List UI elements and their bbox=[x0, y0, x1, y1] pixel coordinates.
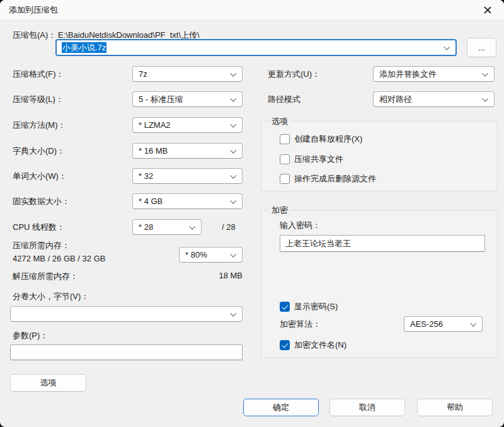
dictionary-combobox[interactable]: * 16 MB bbox=[132, 143, 243, 159]
checkbox-icon[interactable] bbox=[280, 174, 290, 184]
delete-after-label: 操作完成后删除源文件 bbox=[294, 173, 376, 185]
titlebar: 添加到压缩包 bbox=[0, 0, 504, 20]
window-title: 添加到压缩包 bbox=[9, 0, 58, 20]
cpu-threads-label: CPU 线程数： bbox=[13, 219, 65, 235]
volume-size-combobox[interactable] bbox=[10, 306, 243, 322]
update-mode-combobox[interactable]: 添加并替换文件 bbox=[373, 66, 495, 82]
chevron-down-icon bbox=[230, 96, 236, 102]
word-size-label: 单词大小(W)： bbox=[13, 168, 67, 184]
add-to-archive-dialog: 添加到压缩包 压缩包(A)： E:\BaiduNetdiskDownload\P… bbox=[0, 0, 504, 427]
method-label: 压缩方法(M)： bbox=[13, 117, 66, 133]
encrypt-filenames-checkbox-row[interactable]: 加密文件名(N) bbox=[280, 339, 346, 351]
memory-decompress-value: 18 MB bbox=[189, 271, 243, 280]
show-password-label: 显示密码(S) bbox=[294, 301, 338, 312]
memory-decompress-label: 解压缩所需内存： bbox=[13, 271, 78, 282]
encryption-group-title: 加密 bbox=[268, 205, 291, 216]
options-group-title: 选项 bbox=[268, 116, 291, 127]
chevron-down-icon bbox=[189, 224, 195, 230]
close-button[interactable] bbox=[474, 1, 501, 20]
checkbox-icon[interactable] bbox=[280, 154, 290, 164]
format-combobox[interactable]: 7z bbox=[132, 66, 243, 82]
level-combobox[interactable]: 5 - 标准压缩 bbox=[132, 91, 243, 107]
help-button[interactable]: 帮助 bbox=[417, 399, 493, 416]
browse-button[interactable]: ... bbox=[467, 38, 496, 57]
cpu-threads-combobox[interactable]: * 28 bbox=[132, 219, 202, 235]
solid-block-label: 固实数据大小： bbox=[13, 193, 70, 209]
memory-percent-combobox[interactable]: * 80% bbox=[179, 247, 243, 263]
close-icon bbox=[484, 6, 491, 14]
checkbox-icon[interactable] bbox=[280, 340, 290, 350]
cancel-button[interactable]: 取消 bbox=[329, 399, 405, 416]
chevron-down-icon bbox=[230, 71, 236, 77]
memory-compress-label: 压缩所需内存： bbox=[13, 240, 70, 251]
delete-after-checkbox-row[interactable]: 操作完成后删除源文件 bbox=[280, 173, 376, 185]
password-label: 输入密码： bbox=[280, 220, 321, 231]
method-combobox[interactable]: * LZMA2 bbox=[132, 117, 243, 133]
archive-label: 压缩包(A)： bbox=[13, 30, 56, 41]
compress-shared-checkbox-row[interactable]: 压缩共享文件 bbox=[280, 154, 343, 165]
memory-compress-detail: 4272 MB / 26 GB / 32 GB bbox=[13, 254, 105, 263]
create-sfx-label: 创建自释放程序(X) bbox=[294, 134, 362, 145]
format-label: 压缩格式(F)： bbox=[13, 66, 64, 82]
word-size-combobox[interactable]: * 32 bbox=[132, 168, 243, 184]
dictionary-label: 字典大小(D)： bbox=[13, 143, 65, 159]
encryption-method-label: 加密算法： bbox=[280, 316, 321, 332]
archive-name-combobox[interactable]: 小美小说.7z bbox=[55, 39, 457, 56]
ok-button[interactable]: 确定 bbox=[243, 399, 319, 416]
chevron-down-icon bbox=[230, 122, 236, 128]
chevron-down-icon bbox=[230, 251, 236, 258]
checkbox-icon[interactable] bbox=[280, 302, 290, 312]
chevron-down-icon bbox=[444, 44, 450, 50]
show-password-checkbox-row[interactable]: 显示密码(S) bbox=[280, 301, 338, 312]
chevron-down-icon bbox=[230, 147, 236, 154]
chevron-down-icon bbox=[230, 198, 236, 204]
encryption-method-combobox[interactable]: AES-256 bbox=[404, 316, 483, 332]
cpu-threads-max: / 28 bbox=[222, 219, 236, 235]
options-button[interactable]: 选项 bbox=[10, 374, 86, 392]
checkbox-icon[interactable] bbox=[280, 134, 290, 144]
chevron-down-icon bbox=[470, 321, 476, 327]
chevron-down-icon bbox=[482, 96, 488, 102]
volume-size-label: 分卷大小，字节(V)： bbox=[13, 291, 89, 302]
compress-shared-label: 压缩共享文件 bbox=[294, 154, 343, 165]
solid-block-combobox[interactable]: * 4 GB bbox=[132, 193, 243, 209]
create-sfx-checkbox-row[interactable]: 创建自释放程序(X) bbox=[280, 134, 362, 145]
path-mode-combobox[interactable]: 相对路径 bbox=[373, 91, 495, 107]
parameters-label: 参数(P)： bbox=[13, 330, 48, 341]
chevron-down-icon bbox=[482, 71, 488, 77]
options-group: 选项 创建自释放程序(X) 压缩共享文件 操作完成后删除源文件 bbox=[261, 121, 498, 191]
encrypt-filenames-label: 加密文件名(N) bbox=[294, 339, 346, 351]
level-label: 压缩等级(L)： bbox=[13, 91, 64, 107]
chevron-down-icon bbox=[230, 310, 236, 317]
update-mode-label: 更新方式(U)： bbox=[268, 66, 320, 82]
encryption-group: 加密 输入密码： 显示密码(S) 加密算法： AES-256 加密文件名(N) bbox=[261, 210, 498, 358]
parameters-input[interactable] bbox=[10, 344, 243, 360]
archive-name-selected-text: 小美小说.7z bbox=[62, 42, 106, 53]
chevron-down-icon bbox=[230, 173, 236, 179]
path-mode-label: 路径模式 bbox=[268, 91, 301, 107]
password-input[interactable] bbox=[280, 235, 485, 252]
